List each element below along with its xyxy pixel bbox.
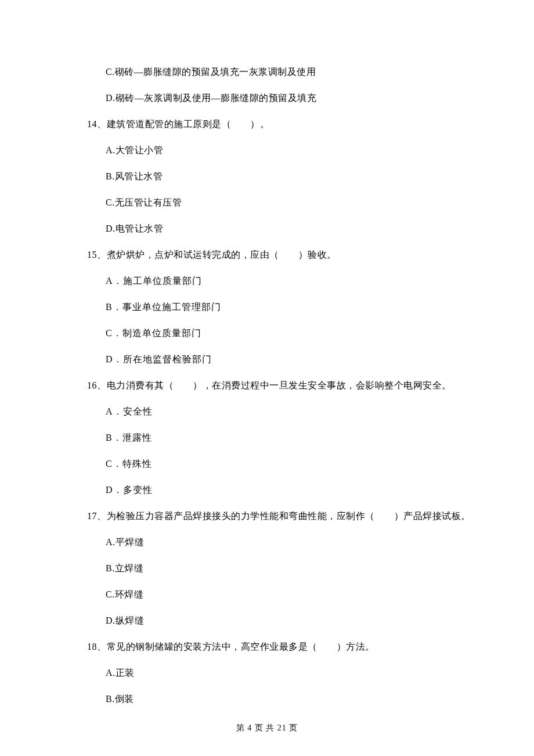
- question-15-option-b: B．事业单位施工管理部门: [87, 300, 476, 314]
- question-18-option-b: B.倒装: [87, 692, 476, 706]
- question-15-option-d: D．所在地监督检验部门: [87, 352, 476, 366]
- page-footer: 第 4 页 共 21 页: [0, 722, 534, 734]
- question-14-option-c: C.无压管让有压管: [87, 196, 476, 210]
- question-15-option-a: A．施工单位质量部门: [87, 274, 476, 288]
- question-17-option-b: B.立焊缝: [87, 561, 476, 575]
- question-16-option-d: D．多变性: [87, 483, 476, 497]
- orphan-option-d: D.砌砖—灰浆调制及使用—膨胀缝隙的预留及填充: [87, 91, 476, 105]
- question-15-option-c: C．制造单位质量部门: [87, 326, 476, 340]
- question-17-option-a: A.平焊缝: [87, 535, 476, 549]
- question-16-stem: 16、电力消费有其（ ），在消费过程中一旦发生安全事故，会影响整个电网安全。: [87, 379, 476, 393]
- question-14-option-a: A.大管让小管: [87, 143, 476, 157]
- question-14-stem: 14、建筑管道配管的施工原则是（ ）。: [87, 117, 476, 131]
- orphan-option-c: C.砌砖—膨胀缝隙的预留及填充一灰浆调制及使用: [87, 65, 476, 79]
- question-18-stem: 18、常见的钢制储罐的安装方法中，高空作业最多是（ ）方法。: [87, 640, 476, 654]
- question-16-option-b: B．泄露性: [87, 431, 476, 445]
- question-16-option-a: A．安全性: [87, 405, 476, 419]
- question-14-option-d: D.电管让水管: [87, 222, 476, 236]
- question-18-option-a: A.正装: [87, 666, 476, 680]
- question-14-option-b: B.风管让水管: [87, 170, 476, 183]
- question-17-stem: 17、为检验压力容器产品焊接接头的力学性能和弯曲性能，应制作（ ）产品焊接试板。: [87, 509, 476, 523]
- page-content: C.砌砖—膨胀缝隙的预留及填充一灰浆调制及使用 D.砌砖—灰浆调制及使用—膨胀缝…: [0, 0, 534, 706]
- question-16-option-c: C．特殊性: [87, 457, 476, 471]
- question-17-option-c: C.环焊缝: [87, 588, 476, 602]
- question-17-option-d: D.纵焊缝: [87, 614, 476, 628]
- question-15-stem: 15、煮炉烘炉，点炉和试运转完成的，应由（ ）验收。: [87, 248, 476, 262]
